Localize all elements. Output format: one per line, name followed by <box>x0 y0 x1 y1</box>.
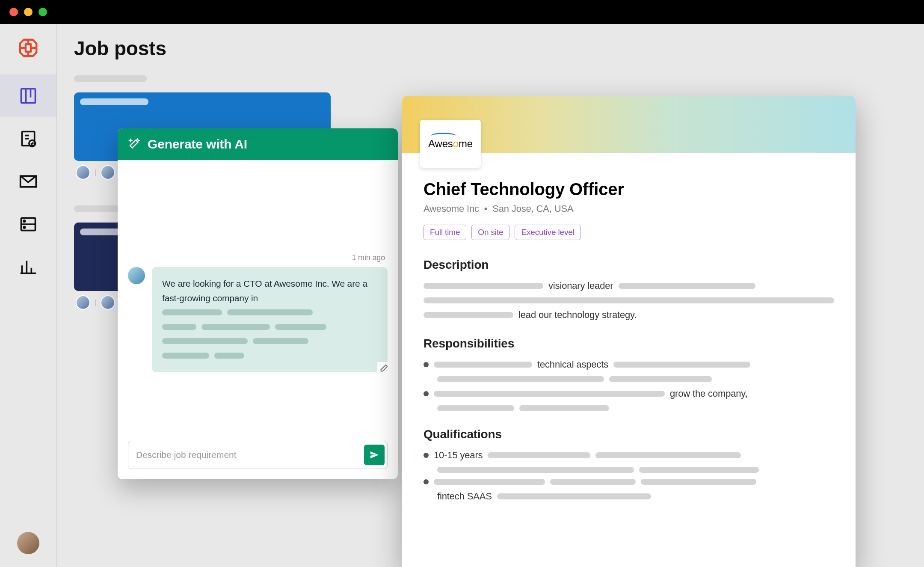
column-header-skeleton <box>74 75 147 82</box>
window-titlebar <box>0 0 924 24</box>
ai-panel-header: Generate with AI <box>118 128 398 160</box>
maximize-window-button[interactable] <box>38 8 47 16</box>
description-section: Description visionary leader lead our te… <box>424 258 834 321</box>
message-timestamp: 1 min ago <box>352 253 385 262</box>
send-icon <box>370 450 379 460</box>
app-logo <box>15 34 42 62</box>
magic-wand-icon <box>128 138 141 151</box>
responsibilities-section: Responsibilities technical aspects grow … <box>424 337 834 411</box>
assignee-avatar[interactable] <box>76 165 90 180</box>
job-tag: On site <box>471 225 509 240</box>
minimize-window-button[interactable] <box>24 8 33 16</box>
sidebar-item-board[interactable] <box>0 74 56 117</box>
job-tag: Full time <box>424 225 466 240</box>
ai-prompt-input[interactable] <box>136 444 364 466</box>
assignee-avatar[interactable] <box>101 165 115 180</box>
page-title: Job posts <box>74 37 907 60</box>
sidebar-item-database[interactable] <box>0 203 56 246</box>
svg-point-9 <box>24 227 25 229</box>
svg-point-8 <box>24 220 25 222</box>
ai-generate-panel: Generate with AI 1 min ago We are lookin… <box>118 128 398 479</box>
sidebar-item-tasks[interactable] <box>0 117 56 160</box>
edit-icon[interactable] <box>377 362 390 375</box>
sidebar-item-analytics[interactable] <box>0 246 56 288</box>
send-button[interactable] <box>364 445 385 465</box>
sidebar-item-mail[interactable] <box>0 160 56 203</box>
job-detail-card: Awesome Chief Technology Officer Awesome… <box>402 96 856 567</box>
sidebar <box>0 24 56 567</box>
message-text: We are looking for a CTO at Awesome Inc.… <box>162 279 367 303</box>
section-heading: Qualifications <box>424 427 834 441</box>
section-heading: Description <box>424 258 834 272</box>
job-tag: Executive level <box>515 225 580 240</box>
ai-input-container <box>128 441 388 469</box>
job-meta: Awesome Inc • San Jose, CA, USA <box>424 203 834 214</box>
user-message-bubble: We are looking for a CTO at Awesome Inc.… <box>152 267 388 372</box>
user-avatar[interactable] <box>17 532 39 554</box>
assignee-avatar[interactable] <box>101 295 115 310</box>
svg-rect-0 <box>21 89 36 103</box>
job-tags: Full time On site Executive level <box>424 225 834 240</box>
company-logo: Awesome <box>420 120 481 168</box>
job-banner: Awesome <box>402 96 856 153</box>
qualifications-section: Qualifications 10-15 years fintech SAAS <box>424 427 834 502</box>
close-window-button[interactable] <box>9 8 18 16</box>
ai-panel-title: Generate with AI <box>148 137 247 151</box>
section-heading: Responsibilities <box>424 337 834 350</box>
user-avatar <box>128 267 145 284</box>
assignee-avatar[interactable] <box>76 295 90 310</box>
job-title: Chief Technology Officer <box>424 180 834 199</box>
